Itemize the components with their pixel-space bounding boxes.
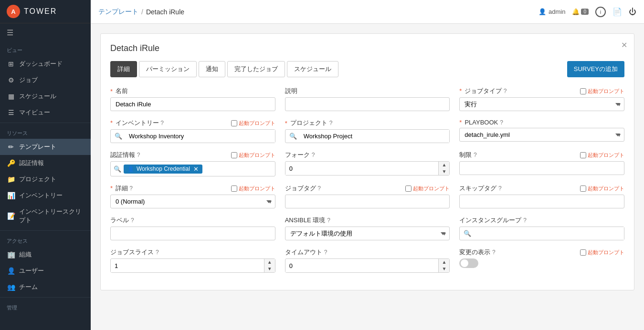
sidebar-item-inventories[interactable]: 📊 インベントリー [0,187,91,204]
sidebar-item-credentials[interactable]: 🔑 認証情報 [0,155,91,171]
jobtype-select[interactable]: 実行 チェック [459,97,624,111]
sidebar-item-templates[interactable]: ✏ テンプレート [0,139,91,155]
inventory-launch-checkbox[interactable] [231,120,237,126]
playbook-select[interactable]: detach_irule.yml [459,128,624,142]
fork-help-icon[interactable]: ? [312,152,315,158]
power-icon[interactable]: ⏻ [629,8,636,16]
hamburger-menu[interactable]: ☰ [0,23,91,42]
job-slice-input[interactable] [111,259,264,272]
playbook-select-wrapper: detach_irule.yml [459,128,624,142]
info-icon[interactable]: i [595,7,606,17]
project-input[interactable] [301,130,450,143]
tab-completed-jobs[interactable]: 完了したジョブ [227,61,285,77]
jobtype-help-icon[interactable]: ? [504,88,507,94]
credential-launch-checkbox[interactable] [231,152,237,158]
inv-scripts-icon: 📝 [7,212,15,220]
credential-remove-button[interactable]: ✕ [193,165,199,173]
timeout-increment[interactable]: ▲ [439,259,449,266]
project-group: * プロジェクト ? 🔍 [285,119,450,143]
playbook-help-icon[interactable]: ? [500,119,503,126]
tab-details[interactable]: 詳細 [110,61,137,77]
form-row-6: ジョブスライス ? ▲ ▼ タイムアウト ? [110,248,624,273]
admin-user[interactable]: 👤 admin [538,8,565,15]
fork-increment[interactable]: ▲ [439,162,449,168]
sidebar-item-jobs[interactable]: ⚙ ジョブ [0,72,91,88]
sidebar-item-users[interactable]: 👤 ユーザー [0,263,91,279]
show-changes-toggle[interactable] [459,258,478,268]
notification-bell[interactable]: 🔔 0 [572,8,589,15]
sidebar-item-dashboard[interactable]: ⊞ ダッシュボード [0,56,91,72]
job-slice-decrement[interactable]: ▼ [264,266,275,272]
labels-help-icon[interactable]: ? [131,217,134,224]
myview-icon: ☰ [7,108,15,117]
jobtype-launch-checkbox[interactable] [580,88,586,94]
jobtag-help-icon[interactable]: ? [317,185,321,192]
breadcrumb: テンプレート / Detach iRule [98,8,184,16]
timeout-input[interactable] [285,259,439,272]
timeout-help-icon[interactable]: ? [324,249,327,256]
skiptag-input[interactable] [459,195,624,208]
jobtag-launch-checkbox[interactable] [405,186,412,192]
timeout-label: タイムアウト ? [285,248,450,257]
toggle-knob [461,259,468,267]
job-slice-help-icon[interactable]: ? [156,249,159,256]
instance-group-label: インスタンスグループ ? [459,216,624,225]
admin-section-label: 管理 [0,299,91,313]
show-changes-launch-checkbox[interactable] [580,249,586,256]
sidebar-item-label: 組織 [19,250,32,259]
timeout-decrement[interactable]: ▼ [439,266,449,272]
sidebar-item-label: ユーザー [19,267,44,275]
sidebar-item-label: マイビュー [19,108,50,117]
fork-input[interactable] [285,162,439,175]
job-slice-label: ジョブスライス ? [110,248,275,257]
breadcrumb-current: Detach iRule [146,8,184,16]
inventory-input[interactable] [126,130,275,143]
breadcrumb-parent[interactable]: テンプレート [98,8,138,16]
fork-input-wrapper: ▲ ▼ [285,161,450,175]
description-input[interactable] [285,97,450,111]
playbook-group: * PLAYBOOK ? detach_irule.yml [459,119,624,143]
sidebar-item-schedules[interactable]: ▦ スケジュール [0,88,91,104]
inventory-group: * インベントリー ? 起動プロンプト 🔍 [110,119,275,143]
close-button[interactable]: ✕ [621,41,627,50]
fork-label: フォーク ? [285,151,450,159]
tab-notifications[interactable]: 通知 [199,61,225,77]
inventory-help-icon[interactable]: ? [160,120,164,126]
limit-launch-checkbox[interactable] [580,152,586,158]
jobtag-input[interactable] [285,195,450,208]
project-help-icon[interactable]: ? [329,120,333,126]
job-slice-increment[interactable]: ▲ [264,259,275,266]
verbosity-launch-checkbox[interactable] [231,186,237,192]
name-input[interactable] [110,97,275,111]
credential-input-wrapper[interactable]: 🔍 👤 Workshop Credential ✕ [110,161,275,176]
skiptag-launch-checkbox[interactable] [580,186,586,192]
skiptag-help-icon[interactable]: ? [498,185,502,192]
ansible-env-select[interactable]: デフォルト環境の使用 [285,227,450,240]
verbosity-select[interactable]: 0 (Normal) 1 (Verbose) [110,195,275,208]
tab-permissions[interactable]: パーミッション [139,61,197,77]
sidebar-item-organizations[interactable]: 🏢 組織 [0,247,91,263]
survey-button[interactable]: SURVEYの追加 [567,61,624,77]
tab-schedule[interactable]: スケジュール [287,61,338,77]
limit-help-icon[interactable]: ? [474,152,477,158]
credential-help-icon[interactable]: ? [137,152,140,158]
verbosity-help-icon[interactable]: ? [129,185,133,192]
fork-decrement[interactable]: ▼ [439,168,449,175]
instance-group-help-icon[interactable]: ? [523,217,527,224]
main-content: テンプレート / Detach iRule 👤 admin 🔔 0 i 📄 ⏻ … [91,0,644,330]
user-icon: 👤 [538,8,546,15]
sidebar-item-projects[interactable]: 📁 プロジェクト [0,171,91,187]
sidebar-item-myview[interactable]: ☰ マイビュー [0,104,91,121]
instance-group-input[interactable] [475,227,624,240]
sidebar-item-inv-scripts[interactable]: 📝 インベントリースクリプト [0,204,91,228]
sidebar-item-teams[interactable]: 👥 チーム [0,279,91,295]
jobtag-label: ジョブタグ ? 起動プロンプト [285,184,450,193]
teams-icon: 👥 [7,283,15,291]
ansible-env-help-icon[interactable]: ? [327,217,330,224]
labels-input[interactable] [110,227,275,240]
users-icon: 👤 [7,267,15,275]
doc-icon[interactable]: 📄 [612,7,622,16]
show-changes-help-icon[interactable]: ? [492,249,496,256]
limit-input[interactable] [459,161,624,175]
limit-group: 制限 ? 起動プロンプト [459,151,624,176]
